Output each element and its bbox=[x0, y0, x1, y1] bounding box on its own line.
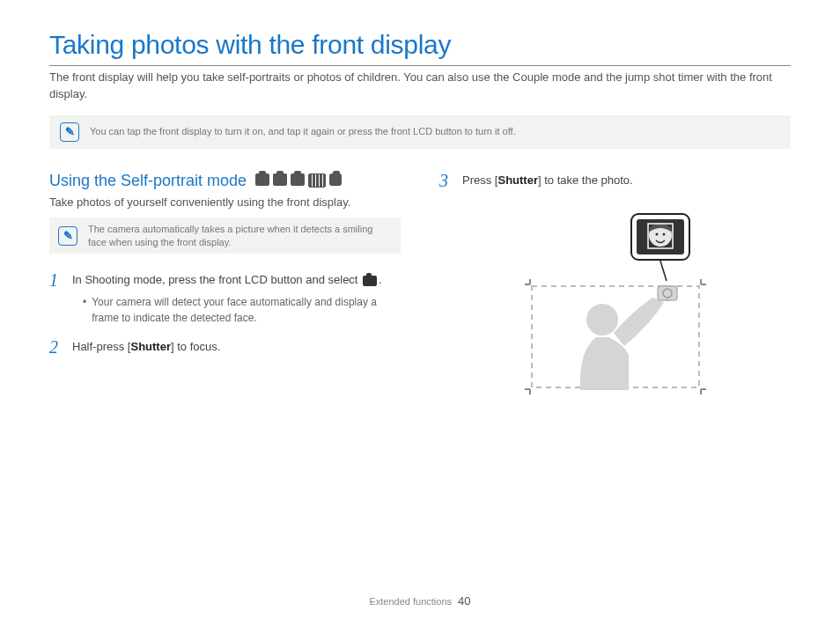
note-icon: ✎ bbox=[60, 122, 79, 142]
step-2: 2 Half-press [Shutter] to focus. bbox=[49, 338, 401, 356]
note-box-section: ✎ The camera automatically takes a pictu… bbox=[49, 217, 401, 254]
left-column: Using the Self-portrait mode Take photos… bbox=[49, 172, 401, 408]
self-portrait-mode-icon bbox=[363, 276, 377, 286]
step-bullet: Your camera will detect your face automa… bbox=[72, 294, 401, 326]
page-title: Taking photos with the front display bbox=[49, 30, 791, 66]
shutter-label: Shutter bbox=[497, 173, 538, 187]
camera-icon bbox=[255, 173, 269, 186]
camera-icon bbox=[273, 173, 287, 186]
page-number: 40 bbox=[458, 594, 470, 608]
shutter-label: Shutter bbox=[130, 340, 171, 353]
section-desc: Take photos of yourself conveniently usi… bbox=[49, 195, 401, 209]
svg-point-9 bbox=[662, 232, 665, 235]
mode-icons bbox=[255, 173, 342, 188]
scene-icon bbox=[308, 173, 326, 188]
step-text: Press [ bbox=[462, 173, 497, 187]
section-heading: Using the Self-portrait mode bbox=[49, 172, 401, 190]
svg-point-1 bbox=[586, 304, 618, 335]
camera-icon bbox=[291, 173, 305, 186]
section-heading-text: Using the Self-portrait mode bbox=[49, 172, 247, 190]
step-3: 3 Press [Shutter] to take the photo. bbox=[439, 172, 791, 189]
note-text: You can tap the front display to turn it… bbox=[90, 125, 516, 138]
step-1: 1 In Shooting mode, press the front LCD … bbox=[49, 271, 401, 326]
step-number: 3 bbox=[439, 172, 453, 189]
dual-icon bbox=[329, 173, 342, 186]
footer-section: Extended functions bbox=[369, 596, 452, 607]
right-column: 3 Press [Shutter] to take the photo. bbox=[439, 172, 791, 408]
step-number: 1 bbox=[49, 271, 63, 289]
svg-point-8 bbox=[655, 232, 658, 235]
note-box-top: ✎ You can tap the front display to turn … bbox=[49, 115, 791, 149]
note-icon: ✎ bbox=[58, 226, 77, 246]
note-text: The camera automatically takes a picture… bbox=[88, 223, 392, 249]
step-text: Half-press [ bbox=[72, 340, 130, 353]
step-text: ] to focus. bbox=[171, 340, 220, 353]
step-text: ] to take the photo. bbox=[538, 173, 633, 187]
intro-text: The front display will help you take sel… bbox=[49, 70, 791, 103]
step-text: . bbox=[379, 273, 382, 286]
step-number: 2 bbox=[49, 338, 63, 356]
svg-line-4 bbox=[659, 258, 667, 281]
page-footer: Extended functions 40 bbox=[0, 594, 840, 608]
self-portrait-illustration bbox=[439, 205, 791, 408]
step-text: In Shooting mode, press the front LCD bu… bbox=[72, 273, 361, 286]
